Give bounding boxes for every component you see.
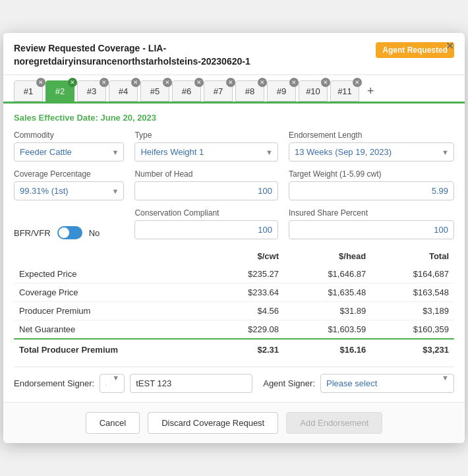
- pricing-row-total: $160,359: [371, 320, 454, 340]
- number-of-head-label: Number of Head: [134, 169, 278, 179]
- pricing-row-head: $1,635.48: [284, 283, 371, 302]
- tab-5[interactable]: #5 ✕: [140, 80, 169, 102]
- endorsement-length-group: Endorsement Length 13 Weeks (Sep 19, 202…: [289, 131, 454, 162]
- tab-7-close[interactable]: ✕: [226, 78, 235, 87]
- discard-coverage-request-button[interactable]: Discard Coverage Request: [148, 412, 278, 434]
- tab-11[interactable]: #11 ✕: [330, 80, 359, 102]
- commodity-label: Commodity: [14, 131, 124, 140]
- signer-row: Endorsement Signer: John Hungerford ▼ Ag…: [14, 367, 454, 393]
- commodity-select-wrapper: Feeder Cattle ▼: [14, 142, 124, 162]
- tab-2-close[interactable]: ✕: [68, 78, 77, 87]
- endorsement-length-select[interactable]: 13 Weeks (Sep 19, 2023): [289, 142, 454, 162]
- number-of-head-input[interactable]: [134, 181, 278, 200]
- tab-1-close[interactable]: ✕: [36, 78, 45, 87]
- close-button[interactable]: ✕: [442, 40, 458, 53]
- tab-7-label: #7: [214, 86, 223, 96]
- pricing-row-4: Net Guarantee $229.08 $1,603.59 $160,359: [14, 320, 454, 340]
- modal-body: Sales Effective Date: June 20, 2023 Comm…: [3, 104, 465, 402]
- target-weight-group: Target Weight (1-5.99 cwt): [289, 169, 454, 200]
- insured-share-percent-label: Insured Share Percent: [289, 208, 454, 218]
- pricing-row-1: Expected Price $235.27 $1,646.87 $164,68…: [14, 265, 454, 283]
- endorsement-signer-text-input[interactable]: [130, 374, 252, 393]
- tab-5-label: #5: [150, 86, 160, 96]
- tab-7[interactable]: #7 ✕: [204, 80, 233, 102]
- sales-effective-date: Sales Effective Date: June 20, 2023: [14, 113, 454, 123]
- bfr-toggle-no-label: No: [89, 228, 100, 238]
- bfr-label: BFR/VFR: [14, 228, 51, 238]
- total-premium-total: $3,231: [371, 339, 454, 359]
- add-endorsement-button[interactable]: Add Endorsement: [286, 412, 382, 434]
- conservation-compliant-input[interactable]: [134, 220, 278, 239]
- tab-8[interactable]: #8 ✕: [235, 80, 264, 102]
- tab-5-close[interactable]: ✕: [163, 78, 172, 87]
- tab-2-label: #2: [55, 86, 65, 96]
- conservation-compliant-label: Conservation Compliant: [134, 208, 278, 218]
- tab-1-label: #1: [24, 86, 33, 96]
- pricing-table: $/cwt $/head Total Expected Price $235.2…: [14, 247, 454, 359]
- agent-signer-group: Agent Signer: Please select ▼: [263, 374, 454, 393]
- tab-6-label: #6: [182, 86, 191, 96]
- pricing-row-label: Producer Premium: [14, 302, 210, 320]
- tab-3[interactable]: #3 ✕: [77, 80, 106, 102]
- pricing-row-head: $1,646.87: [284, 265, 371, 283]
- modal: Review Requested Coverage - LIA-noregret…: [3, 33, 465, 443]
- pricing-row-head: $1,603.59: [284, 320, 371, 340]
- endorsement-signer-label: Endorsement Signer:: [14, 378, 94, 388]
- tab-3-close[interactable]: ✕: [100, 78, 109, 87]
- form-row-3: BFR/VFR No Conservation Compliant Insure…: [14, 208, 454, 239]
- modal-footer: Cancel Discard Coverage Request Add Endo…: [3, 402, 465, 443]
- bfr-vfr-group: BFR/VFR No: [14, 226, 124, 239]
- agent-signer-select[interactable]: Please select: [320, 374, 454, 393]
- tab-4-label: #4: [119, 86, 128, 96]
- type-group: Type Heifers Weight 1 ▼: [134, 131, 278, 162]
- tab-10-close[interactable]: ✕: [321, 78, 330, 87]
- target-weight-label: Target Weight (1-5.99 cwt): [289, 169, 454, 179]
- add-tab-button[interactable]: +: [362, 84, 380, 98]
- coverage-percentage-select[interactable]: 99.31% (1st): [14, 181, 124, 200]
- pricing-row-cwt: $233.64: [210, 283, 284, 302]
- tab-1[interactable]: #1 ✕: [14, 80, 43, 102]
- total-premium-label: Total Producer Premium: [14, 339, 210, 359]
- pricing-col-total: Total: [371, 247, 454, 265]
- bfr-toggle[interactable]: [57, 226, 82, 239]
- insured-share-percent-input[interactable]: [289, 220, 454, 239]
- tab-11-label: #11: [337, 86, 352, 96]
- tab-4[interactable]: #4 ✕: [109, 80, 138, 102]
- endorsement-length-label: Endorsement Length: [289, 131, 454, 140]
- endorsement-signer-select[interactable]: John Hungerford: [100, 374, 125, 393]
- agent-signer-select-wrap: Please select ▼: [320, 374, 454, 393]
- toggle-slider: [57, 226, 82, 239]
- target-weight-input[interactable]: [289, 181, 454, 200]
- type-select[interactable]: Heifers Weight 1: [134, 142, 278, 162]
- pricing-row-total: $3,189: [371, 302, 454, 320]
- total-premium-head: $16.16: [284, 339, 371, 359]
- tab-9-close[interactable]: ✕: [289, 78, 299, 87]
- tab-8-close[interactable]: ✕: [258, 78, 267, 87]
- pricing-col-head: $/head: [284, 247, 371, 265]
- insured-share-percent-group: Insured Share Percent: [289, 208, 454, 239]
- tab-10[interactable]: #10 ✕: [299, 80, 328, 102]
- cancel-button[interactable]: Cancel: [86, 412, 140, 434]
- modal-overlay: Review Requested Coverage - LIA-noregret…: [0, 0, 468, 476]
- tab-6[interactable]: #6 ✕: [172, 80, 201, 102]
- total-premium-cwt: $2.31: [210, 339, 284, 359]
- commodity-select[interactable]: Feeder Cattle: [14, 142, 124, 162]
- modal-title: Review Requested Coverage - LIA-noregret…: [14, 42, 376, 68]
- pricing-row-label: Net Guarantee: [14, 320, 210, 340]
- pricing-col-cwt: $/cwt: [210, 247, 284, 265]
- pricing-col-label: [14, 247, 210, 265]
- tab-6-close[interactable]: ✕: [194, 78, 204, 87]
- tab-2[interactable]: #2 ✕: [45, 80, 74, 102]
- tab-11-close[interactable]: ✕: [353, 78, 362, 87]
- number-of-head-group: Number of Head: [134, 169, 278, 200]
- pricing-row-cwt: $235.27: [210, 265, 284, 283]
- pricing-row-cwt: $229.08: [210, 320, 284, 340]
- form-row-2: Coverage Percentage 99.31% (1st) ▼ Numbe…: [14, 169, 454, 200]
- endorsement-length-select-wrapper: 13 Weeks (Sep 19, 2023) ▼: [289, 142, 454, 162]
- commodity-group: Commodity Feeder Cattle ▼: [14, 131, 124, 162]
- tab-4-close[interactable]: ✕: [131, 78, 140, 87]
- tab-10-label: #10: [306, 86, 320, 96]
- pricing-row-total: $164,687: [371, 265, 454, 283]
- endorsement-signer-group: Endorsement Signer: John Hungerford ▼: [14, 374, 252, 393]
- tab-9[interactable]: #9 ✕: [267, 80, 296, 102]
